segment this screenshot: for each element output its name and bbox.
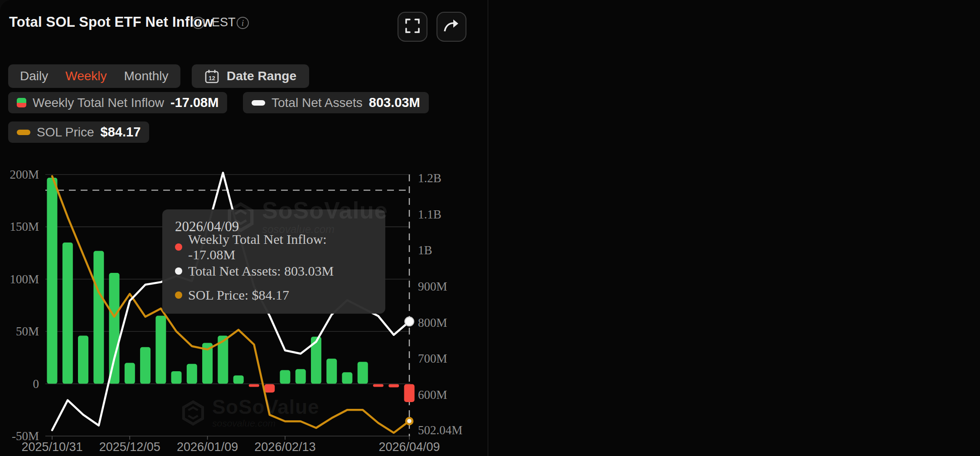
tab-weekly[interactable]: Weekly [65,69,107,83]
inflow-bar[interactable] [233,375,244,383]
left-panel-title: Total SOL Spot ETF Net Inflow [9,14,213,30]
tooltip-row: Total Net Assets: 803.03M [175,259,373,283]
inflow-bar[interactable] [187,364,197,384]
calendar-icon: 12 [204,69,219,84]
inflow-bar[interactable] [249,384,259,387]
inflow-bar[interactable] [326,359,337,383]
x-axis-label: 2025/10/31 [21,440,82,454]
sol-price-point-marker [406,418,412,424]
tooltip-row-text: Weekly Total Net Inflow: -17.08M [188,232,373,262]
line-series-swatch-icon [252,100,265,106]
svg-text:12: 12 [209,75,215,82]
inflow-bar[interactable] [264,384,275,393]
x-axis-label: 2026/02/13 [254,440,315,454]
inflow-bar[interactable] [171,371,182,384]
legend-total-net-assets[interactable]: Total Net Assets 803.03M [243,92,429,113]
info-icon[interactable]: i [237,17,249,29]
right-axis-label: 900M [418,280,447,293]
legend-sol-price[interactable]: SOL Price $84.17 [8,121,149,143]
inflow-bar[interactable] [358,362,368,383]
inflow-bar[interactable] [47,178,58,384]
inflow-bar[interactable] [155,316,166,384]
left-axis-label: 200M [10,168,39,181]
bar-series-swatch-icon [17,98,26,107]
tab-daily[interactable]: Daily [20,69,48,83]
legend-weekly-net-inflow[interactable]: Weekly Total Net Inflow -17.08M [8,92,227,113]
inflow-bar[interactable] [404,384,415,402]
inflow-bar[interactable] [342,372,352,383]
right-axis-label: 1B [418,243,432,257]
x-axis-label: 2026/04/09 [378,440,440,454]
fullscreen-icon [405,18,420,35]
inflow-bar[interactable] [388,384,399,388]
share-icon [443,18,460,35]
right-axis-label: 1.1B [418,208,441,221]
tooltip-row: Weekly Total Net Inflow: -17.08M [175,235,373,259]
right-axis-label: 502.04M [418,423,462,437]
net-inflow-panel: Total SOL Spot ETF Net Inflow i EST i Da… [0,0,488,456]
right-axis-label: 700M [418,352,447,365]
chart-tooltip: 2026/04/09 Weekly Total Net Inflow: -17.… [162,209,385,314]
right-axis-label: 1.2B [418,171,441,185]
x-axis-label: 2026/01/09 [177,440,238,454]
inflow-bar[interactable] [78,335,88,383]
history-data-panel: Total SOL Spot ETF History Data i Daily … [488,0,980,456]
share-button[interactable] [437,12,466,42]
tooltip-row-text: Total Net Assets: 803.03M [188,263,334,279]
date-range-label: Date Range [227,69,296,83]
tab-monthly[interactable]: Monthly [124,69,169,83]
tooltip-row-text: SOL Price: $84.17 [188,287,289,303]
timezone-label: EST [212,15,236,29]
x-axis-label: 2025/12/05 [99,440,160,454]
inflow-bar[interactable] [93,251,104,383]
chart-period-tabs: Daily Weekly Monthly [8,64,180,88]
info-icon[interactable]: i [192,17,204,29]
date-range-button[interactable]: 12 Date Range [192,64,309,88]
series-dot-icon [175,267,182,275]
fullscreen-button[interactable] [398,12,427,42]
net-assets-point-marker [405,317,414,326]
inflow-bar[interactable] [125,363,135,383]
left-axis-label: 150M [10,220,39,233]
inflow-bar[interactable] [140,347,150,384]
inflow-bar[interactable] [280,370,290,384]
tooltip-row: SOL Price: $84.17 [175,283,373,307]
line-series-swatch-icon [17,130,30,135]
right-axis-label: 800M [418,316,447,330]
inflow-bar[interactable] [373,384,383,387]
inflow-bar[interactable] [296,369,306,383]
series-dot-icon [175,243,182,251]
left-axis-label: 100M [10,272,39,286]
left-axis-label: 50M [16,325,39,338]
right-axis-label: 600M [418,388,447,402]
inflow-bar[interactable] [109,273,120,384]
left-axis-label: 0 [33,377,39,391]
series-dot-icon [175,291,182,299]
inflow-bar[interactable] [63,243,73,384]
